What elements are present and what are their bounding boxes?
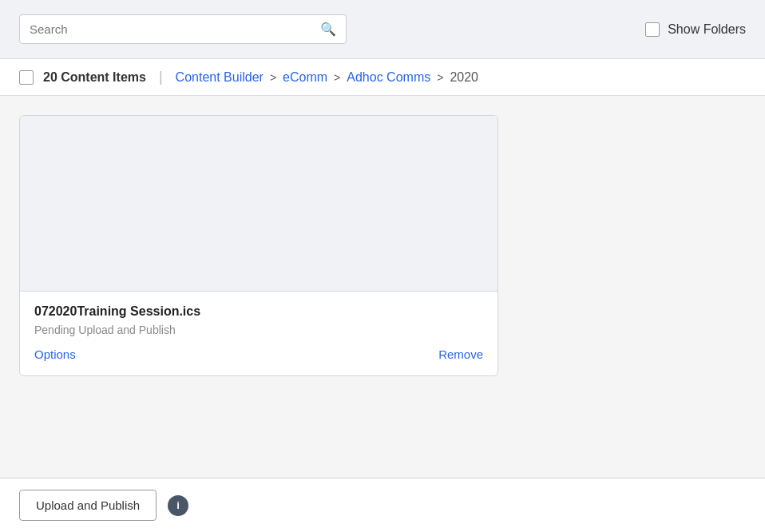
content-card: 072020Training Session.ics Pending Uploa… (19, 115, 498, 376)
show-folders-checkbox[interactable] (645, 22, 660, 37)
breadcrumb-sep-1: > (270, 71, 276, 84)
options-link[interactable]: Options (34, 347, 76, 361)
select-all-checkbox[interactable] (19, 70, 34, 85)
main-content: 072020Training Session.ics Pending Uploa… (0, 96, 765, 479)
breadcrumb-ecomm[interactable]: eComm (283, 70, 327, 85)
search-wrapper: 🔍 (19, 14, 347, 44)
card-preview (20, 116, 497, 292)
breadcrumb-bar: 20 Content Items | Content Builder > eCo… (0, 59, 765, 96)
breadcrumb-sep-3: > (437, 71, 443, 84)
breadcrumb-adhoc-comms[interactable]: Adhoc Comms (347, 70, 430, 85)
bottom-bar: Upload and Publish i (0, 478, 765, 532)
card-status: Pending Upload and Publish (34, 324, 483, 336)
card-body: 072020Training Session.ics Pending Uploa… (20, 292, 497, 375)
info-icon[interactable]: i (168, 495, 188, 516)
card-actions: Options Remove (34, 347, 483, 361)
content-count: 20 Content Items (43, 70, 146, 85)
breadcrumb-2020: 2020 (450, 70, 478, 85)
upload-publish-button[interactable]: Upload and Publish (19, 490, 157, 521)
breadcrumb: Content Builder > eComm > Adhoc Comms > … (176, 70, 478, 85)
breadcrumb-sep-2: > (334, 71, 340, 84)
show-folders-label: Show Folders (668, 22, 746, 37)
search-icon[interactable]: 🔍 (320, 22, 336, 37)
show-folders-wrapper: Show Folders (645, 22, 746, 37)
search-input[interactable] (30, 22, 320, 36)
breadcrumb-content-builder[interactable]: Content Builder (176, 70, 264, 85)
divider: | (159, 69, 163, 85)
top-bar: 🔍 Show Folders (0, 0, 765, 59)
card-filename: 072020Training Session.ics (34, 304, 483, 319)
remove-link[interactable]: Remove (438, 347, 483, 361)
